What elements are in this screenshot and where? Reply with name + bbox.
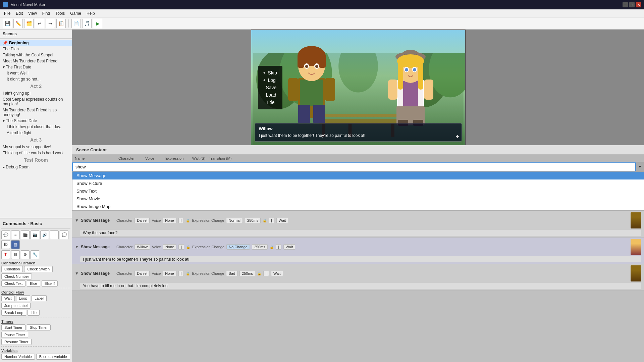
cmd-icon-screen[interactable]: 🖥	[11, 250, 20, 259]
scene-item-first-date[interactable]: ▾ The First Date	[0, 64, 72, 70]
minimize-button[interactable]: ─	[623, 2, 628, 7]
cmd-icon-row-1: 💬 ≡ 🎬 📷 🔊 ⏸ 💭 🖼 ▦	[1, 230, 70, 249]
autocomplete-show-picture[interactable]: Show Picture	[72, 179, 644, 187]
cmd-check-switch[interactable]: Check Switch	[24, 266, 53, 272]
cmd-start-timer[interactable]: Start Timer	[1, 324, 25, 330]
scene-item-title-cards[interactable]: Thinking of title cards is hard work	[0, 150, 72, 156]
cmd-row-2-voice-value[interactable]: None	[163, 244, 176, 250]
menu-view[interactable]: View	[25, 10, 40, 16]
menu-find[interactable]: Find	[40, 10, 53, 16]
cmd-else[interactable]: Else	[27, 280, 40, 287]
cmd-row-2-time-value[interactable]: 250ms	[252, 244, 268, 250]
cmd-else-if[interactable]: Else If	[42, 280, 58, 287]
cmd-row-2-expr-value[interactable]: No Change	[226, 244, 250, 250]
cmd-icon-map[interactable]: ▦	[11, 240, 20, 249]
cmd-condition[interactable]: Condition	[1, 266, 23, 272]
close-button[interactable]: ✕	[636, 2, 641, 7]
cmd-icon-bubble[interactable]: 💭	[60, 230, 68, 239]
menu-file[interactable]: File	[1, 10, 13, 16]
scene-item-aint-giving-up[interactable]: I ain't giving up!	[0, 90, 72, 96]
cmd-stop-timer[interactable]: Stop Timer	[27, 324, 51, 330]
cmd-row-3-expr-value[interactable]: Sad	[226, 271, 237, 276]
cmd-idle[interactable]: Idle	[28, 310, 40, 316]
cmd-pause-timer[interactable]: Pause Timer	[1, 332, 28, 338]
tool-undo[interactable]: ↩	[35, 19, 44, 28]
cmd-break-loop[interactable]: Break Loop	[1, 310, 26, 316]
maximize-button[interactable]: □	[629, 2, 635, 7]
cmd-icon-message[interactable]: 💬	[1, 230, 10, 239]
menu-tools[interactable]: Tools	[53, 10, 67, 16]
cmd-icon-gear[interactable]: ⚙	[21, 250, 30, 259]
cmd-row-3-voice-value[interactable]: None	[163, 271, 176, 276]
cmd-number-variable[interactable]: Number Variable	[1, 354, 35, 360]
autocomplete-show-movie[interactable]: Show Movie	[72, 195, 644, 203]
menu-save[interactable]: Save	[263, 84, 277, 91]
cmd-row-1-voice-value[interactable]: None	[163, 218, 176, 223]
menu-game[interactable]: Game	[67, 10, 84, 16]
cmd-row-3-char-value[interactable]: Daniel	[135, 271, 150, 276]
menu-title[interactable]: Title	[263, 99, 277, 106]
scene-item-cool-senpai-doubts[interactable]: Cool Senpai expresses doubts on my plan!	[0, 96, 72, 107]
menu-edit[interactable]: Edit	[13, 10, 25, 16]
cmd-row-2-char-value[interactable]: Willow	[135, 244, 150, 250]
scene-item-closer[interactable]: I think they got closer that day.	[0, 124, 72, 130]
autocomplete-show-text[interactable]: Show Text	[72, 187, 644, 195]
cmd-icon-movie[interactable]: 🎬	[21, 230, 30, 239]
tool-folder[interactable]: 🗂️	[24, 19, 34, 28]
cmd-row-3-expand[interactable]: ▼	[75, 271, 79, 276]
scene-item-terrible-fight[interactable]: A terrible fight	[0, 130, 72, 136]
scene-item-talking[interactable]: Talking with the Cool Senpai	[0, 52, 72, 58]
cmd-row-2-wait[interactable]: Wait	[283, 244, 296, 250]
cmd-label[interactable]: Label	[32, 295, 47, 301]
cmd-jump-to-label[interactable]: Jump to Label	[1, 303, 31, 309]
tool-copy[interactable]: 📋	[56, 19, 66, 28]
autocomplete-show-message[interactable]: Show Message	[72, 172, 644, 179]
cmd-icon-pause[interactable]: ⏸	[50, 230, 59, 239]
scenes-list: 📌 Beginning The Plan Talking with the Co…	[0, 39, 72, 218]
cmd-icon-text[interactable]: T	[1, 250, 10, 259]
cmd-row-1-expand[interactable]: ▼	[75, 218, 79, 223]
col-wait: Wait (S)	[192, 156, 209, 160]
command-search-input[interactable]	[72, 162, 636, 171]
cmd-icon-image[interactable]: 🖼	[1, 240, 10, 249]
cmd-wait[interactable]: Wait	[1, 295, 15, 301]
scene-item-it-went-well[interactable]: It went Well!	[0, 70, 72, 76]
scene-group-act2: Act 2	[0, 82, 72, 90]
cmd-row-2-expand[interactable]: ▼	[75, 245, 79, 249]
cmd-row-1-char-value[interactable]: Daniel	[135, 218, 150, 223]
cmd-icon-picture[interactable]: 📷	[31, 230, 39, 239]
menu-help[interactable]: Help	[84, 10, 98, 16]
cmd-icon-audio[interactable]: 🔊	[40, 230, 49, 239]
tool-redo[interactable]: ↪	[46, 19, 55, 28]
tool-play[interactable]: ▶	[93, 19, 102, 28]
tool-audio[interactable]: 🎵	[82, 19, 92, 28]
scene-item-meet[interactable]: Meet My Tsundere Best Friend	[0, 58, 72, 64]
cmd-row-3-time-value[interactable]: 250ms	[239, 271, 255, 276]
cmd-row-3-wait[interactable]: Wait	[271, 271, 283, 276]
menu-load[interactable]: Load	[263, 91, 277, 99]
autocomplete-show-image-map[interactable]: Show Image Map	[72, 203, 644, 210]
tool-save[interactable]: 💾	[3, 19, 12, 28]
cmd-row-1-time-value[interactable]: 250ms	[245, 218, 261, 223]
scene-item-senpai-supportive[interactable]: My senpai is so supportive!	[0, 144, 72, 150]
cmd-icon-list[interactable]: ≡	[11, 230, 20, 239]
menu-log[interactable]: ◆ Log	[263, 76, 277, 84]
scene-item-second-date[interactable]: ▾ The Second Date	[0, 118, 72, 124]
scene-item-debug-room[interactable]: ▸ Debug Room	[0, 164, 72, 170]
cmd-row-1-expr-value[interactable]: Normal	[226, 218, 243, 223]
cmd-boolean-variable[interactable]: Boolean Variable	[36, 354, 70, 360]
scene-item-beginning[interactable]: 📌 Beginning	[0, 40, 72, 46]
scene-item-the-plan[interactable]: The Plan	[0, 46, 72, 52]
menu-skip[interactable]: ◆ Skip	[263, 69, 277, 76]
tool-edit[interactable]: ✏️	[13, 19, 23, 28]
dropdown-button[interactable]: ▼	[636, 162, 644, 171]
cmd-row-1-wait[interactable]: Wait	[276, 218, 288, 223]
tool-export[interactable]: 📄	[71, 19, 81, 28]
cmd-check-text[interactable]: Check Text	[1, 280, 25, 287]
cmd-icon-tool[interactable]: 🔧	[31, 250, 39, 259]
cmd-check-number[interactable]: Check Number	[1, 273, 32, 279]
cmd-resume-timer[interactable]: Resume Timer	[1, 339, 32, 345]
cmd-loop[interactable]: Loop	[16, 295, 30, 301]
scene-item-tsundere-annoying[interactable]: My Tsundere Best Friend is so annoying!	[0, 107, 72, 118]
scene-item-didnt-go-hot[interactable]: It didn't go so hot...	[0, 76, 72, 82]
